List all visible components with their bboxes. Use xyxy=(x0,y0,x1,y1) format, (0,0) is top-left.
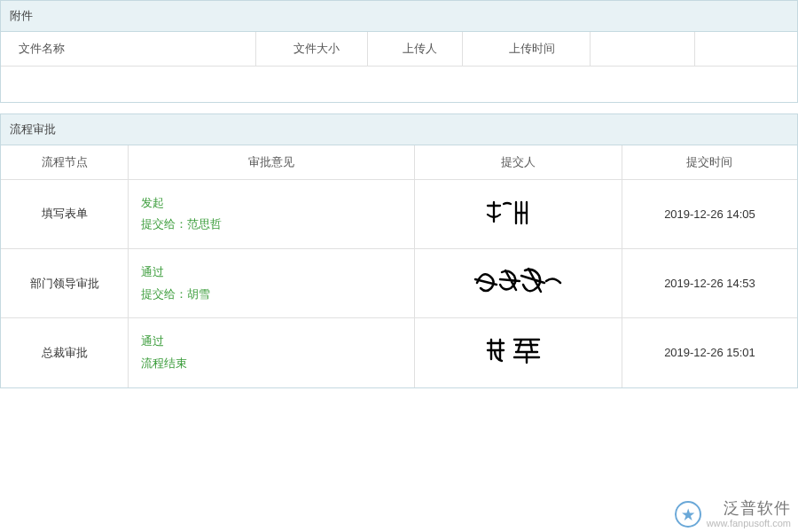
attachment-section: 附件 文件名称 文件大小 上传人 上传时间 xyxy=(0,0,798,103)
opinion-submit: 提交给：胡雪 xyxy=(141,284,407,306)
signature-image xyxy=(479,195,559,231)
watermark-text: 泛普软件 www.fanpusoft.com xyxy=(707,500,791,528)
watermark-logo-icon: ★ xyxy=(675,501,701,528)
approval-submitter xyxy=(415,248,622,317)
approval-opinion: 通过 流程结束 xyxy=(129,318,415,387)
approval-opinion: 发起 提交给：范思哲 xyxy=(129,179,415,248)
approval-time: 2019-12-26 15:01 xyxy=(622,318,797,387)
attachment-empty-row xyxy=(1,66,797,102)
watermark-url: www.fanpusoft.com xyxy=(707,518,791,528)
attachment-col-size: 文件大小 xyxy=(255,32,367,66)
approval-col-submitter: 提交人 xyxy=(415,145,622,180)
approval-node: 填写表单 xyxy=(1,179,129,248)
attachment-header-row: 文件名称 文件大小 上传人 上传时间 xyxy=(1,32,797,66)
opinion-action: 通过 xyxy=(141,331,407,353)
attachment-section-title: 附件 xyxy=(1,1,797,32)
attachment-col-action2 xyxy=(694,32,797,66)
attachment-col-uploader: 上传人 xyxy=(367,32,463,66)
attachment-col-filename: 文件名称 xyxy=(1,32,255,66)
approval-time: 2019-12-26 14:53 xyxy=(622,248,797,317)
approval-submitter xyxy=(415,179,622,248)
approval-opinion: 通过 提交给：胡雪 xyxy=(129,248,415,317)
approval-submitter xyxy=(415,318,622,387)
approval-section: 流程审批 流程节点 审批意见 提交人 提交时间 填写表单 发起 提交给：范思哲 xyxy=(0,113,798,388)
approval-col-opinion: 审批意见 xyxy=(129,145,415,180)
attachment-col-uploadtime: 上传时间 xyxy=(463,32,591,66)
table-row: 填写表单 发起 提交给：范思哲 2019-12- xyxy=(1,179,797,248)
opinion-submit: 提交给：范思哲 xyxy=(141,214,407,236)
signature-image xyxy=(479,332,559,370)
approval-col-node: 流程节点 xyxy=(1,145,129,180)
table-row: 部门领导审批 通过 提交给：胡雪 xyxy=(1,248,797,317)
attachment-table: 文件名称 文件大小 上传人 上传时间 xyxy=(1,32,797,102)
opinion-action: 发起 xyxy=(141,192,407,215)
watermark-main: 泛普软件 xyxy=(707,500,791,518)
table-row: 总裁审批 通过 流程结束 2019-12-26 xyxy=(1,318,797,387)
signature-image xyxy=(470,263,567,301)
approval-time: 2019-12-26 14:05 xyxy=(622,179,797,248)
approval-node: 总裁审批 xyxy=(1,318,129,387)
approval-col-time: 提交时间 xyxy=(622,145,797,180)
approval-section-title: 流程审批 xyxy=(1,114,797,145)
approval-header-row: 流程节点 审批意见 提交人 提交时间 xyxy=(1,145,797,180)
approval-table: 流程节点 审批意见 提交人 提交时间 填写表单 发起 提交给：范思哲 xyxy=(1,145,797,387)
watermark: ★ 泛普软件 www.fanpusoft.com xyxy=(675,500,791,528)
opinion-action: 通过 xyxy=(141,262,407,284)
opinion-submit: 流程结束 xyxy=(141,353,407,375)
attachment-col-action1 xyxy=(591,32,695,66)
approval-node: 部门领导审批 xyxy=(1,248,129,317)
